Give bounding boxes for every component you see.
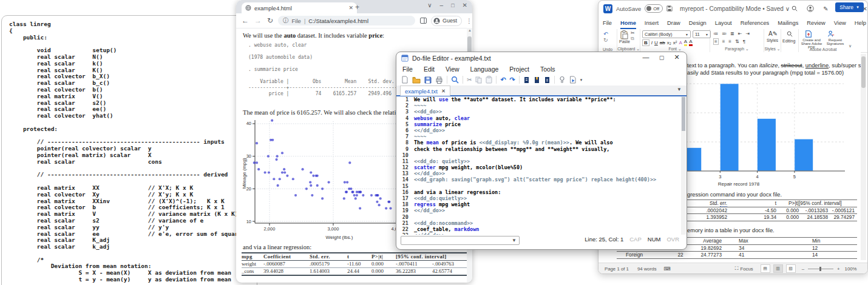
zoom-in-icon[interactable]: + [837, 266, 840, 272]
save-icon[interactable] [666, 5, 673, 12]
scrollbar-up-arrow-icon[interactable]: ▲ [468, 29, 472, 32]
tab-design[interactable]: Design [685, 20, 711, 29]
numbering-icon[interactable]: ≕ [722, 31, 727, 36]
address-bar[interactable]: ⓘ File | C:/Stata/example4.html [278, 16, 415, 25]
menu-tools[interactable]: Tools [540, 65, 555, 73]
code-line[interactable]: 6<</dd_do>> [396, 127, 677, 133]
code-line[interactable]: 19<</dd_do>> [396, 207, 677, 213]
code-line[interactable]: 13<</dd_do>> [396, 170, 677, 176]
collapse-ribbon-icon[interactable]: ∨ [849, 44, 852, 49]
share-button[interactable]: Share ▼ [835, 2, 864, 12]
maximize-icon[interactable]: □ [451, 2, 454, 8]
word-scrollbar-thumb[interactable] [861, 56, 866, 88]
back-icon[interactable]: ← [242, 16, 249, 25]
paragraph-mark-icon[interactable]: ¶ [743, 39, 745, 44]
redo-icon[interactable]: ↷ [510, 76, 515, 84]
menu-project[interactable]: Project [509, 65, 529, 73]
tab-close-icon[interactable]: ✕ [348, 5, 353, 11]
next-bookmark-icon[interactable] [544, 76, 551, 84]
tab-list-dropdown-icon[interactable]: ▼ [677, 87, 682, 92]
align-center-icon[interactable]: ≡ [722, 39, 725, 44]
create-share-pdf-icon[interactable] [805, 30, 812, 38]
paste-icon[interactable] [620, 30, 628, 39]
editing-label[interactable]: Editing [782, 39, 795, 43]
code-line[interactable]: 2~~~~ [396, 102, 677, 109]
zoom-slider-knob[interactable] [819, 267, 821, 271]
text-effects-icon[interactable]: A [679, 40, 682, 45]
code-line[interactable]: 17<<dd_do:quietly>> [396, 195, 677, 201]
autosave-toggle[interactable]: Off [645, 4, 663, 13]
search-icon[interactable] [792, 5, 798, 12]
preview-icon[interactable] [558, 76, 566, 84]
copy-icon[interactable] [475, 76, 482, 84]
close-icon[interactable]: ✕ [463, 2, 467, 8]
bold-button[interactable]: B [642, 39, 649, 46]
code-line[interactable]: 5summarize price [396, 121, 677, 127]
save-icon[interactable] [424, 76, 432, 84]
cut-icon[interactable]: ✂ [467, 76, 472, 83]
tab-draw[interactable]: Draw [663, 20, 685, 29]
maximize-icon[interactable]: ▢ [655, 55, 668, 61]
align-left-icon[interactable]: ≡ [713, 38, 719, 45]
editor-code-area[interactable]: 1We will use the **auto** dataset. It in… [396, 96, 677, 235]
cut-icon[interactable]: ✂ [631, 30, 635, 36]
menu-file[interactable]: File [402, 65, 413, 73]
profile-chip[interactable]: Guest [431, 16, 462, 26]
paste-icon[interactable] [486, 76, 492, 84]
undo-icon[interactable]: ↶ [603, 31, 608, 37]
code-line[interactable]: 8The mean of price is <<dd_display: %9.0… [396, 139, 677, 146]
toggle-bookmark-icon[interactable] [534, 76, 540, 84]
zoom-level[interactable]: 100% [845, 266, 857, 272]
minimize-icon[interactable]: – [440, 2, 444, 8]
request-signatures-label[interactable]: Request Signatures [823, 38, 847, 45]
paste-label[interactable]: Paste [619, 39, 630, 44]
search-tabs-icon[interactable]: ∨ [427, 2, 432, 8]
editing-icon[interactable] [787, 31, 793, 37]
close-icon[interactable]: ✕ [670, 53, 683, 61]
highlight-icon[interactable]: A [684, 39, 687, 46]
tab-view[interactable]: View [830, 20, 850, 29]
redo-icon[interactable]: ↻ [603, 37, 608, 43]
zoom-out-icon[interactable]: – [802, 266, 804, 272]
more-icon[interactable]: ▾ [580, 78, 583, 82]
info-icon[interactable]: ⓘ [283, 17, 289, 25]
tab-layout[interactable]: Layout [711, 20, 736, 29]
tab-references[interactable]: References [736, 20, 774, 29]
editor-tab-example4[interactable]: example4.txt ✕ [400, 86, 450, 96]
superscript-button[interactable]: x² [673, 40, 677, 45]
code-line[interactable]: 3<<dd_do>> [396, 109, 677, 115]
side-panel-icon[interactable] [420, 18, 427, 24]
word-count[interactable]: 94 words [637, 266, 657, 272]
code-line[interactable]: 21<<dd_do:nocommand>> [396, 220, 677, 226]
browser-tab[interactable]: example4.html ✕ [242, 2, 357, 13]
code-line[interactable]: 10 [396, 152, 677, 158]
menu-view[interactable]: View [446, 65, 459, 73]
forward-icon[interactable]: → [254, 16, 262, 25]
code-line[interactable]: 7~~~~ [396, 133, 677, 139]
font-name-select[interactable]: Calibri (Body)▼ [642, 30, 691, 38]
copy-icon[interactable]: ⧉ [631, 36, 634, 42]
code-line[interactable]: 16and via a linear regression: [396, 189, 677, 195]
undo-icon[interactable]: ↶ [500, 76, 506, 84]
subscript-button[interactable]: x₂ [667, 40, 671, 45]
new-tab-button[interactable]: + [355, 3, 359, 12]
tab-insert[interactable]: Insert [640, 20, 663, 29]
line-spacing-icon[interactable]: ⇅ [735, 39, 739, 44]
multilevel-list-icon[interactable]: ≣ [730, 31, 734, 36]
editor-search-combobox[interactable]: ▼ [401, 236, 520, 245]
align-right-icon[interactable]: ≡ [728, 39, 731, 44]
code-line[interactable]: 18regress mpg weight [396, 201, 677, 207]
menu-edit[interactable]: Edit [424, 65, 435, 73]
bullets-icon[interactable]: ≔ [713, 31, 718, 36]
italic-button[interactable]: I [651, 40, 653, 45]
font-color-icon[interactable]: A [689, 39, 692, 46]
tab-mailings[interactable]: Mailings [773, 20, 802, 29]
zoom-slider[interactable] [808, 269, 833, 269]
tab-review[interactable]: Review [802, 20, 829, 29]
new-do-file-icon[interactable] [401, 76, 409, 84]
code-line[interactable]: 4webuse auto, clear [396, 115, 677, 121]
code-line[interactable]: 12scatter mpg weight, mcolor(blue%50) [396, 164, 677, 170]
browser-menu-icon[interactable]: ⋮ [466, 18, 472, 24]
code-line[interactable]: 14<<dd_graph: saving("graph.svg") alt("s… [396, 176, 677, 183]
tab-close-icon[interactable]: ✕ [441, 88, 446, 94]
